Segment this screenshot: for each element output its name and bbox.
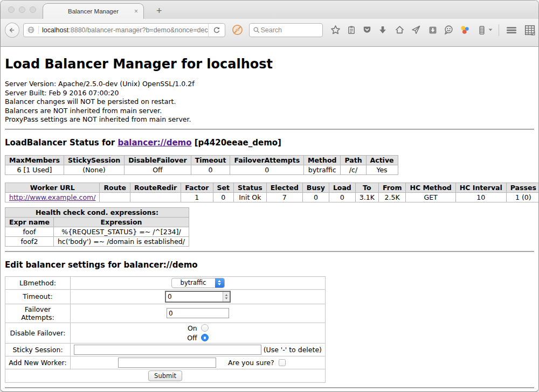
- zoom-window-button[interactable]: [30, 6, 36, 13]
- reload-button[interactable]: [208, 24, 225, 37]
- sticky-session-label: Sticky Session:: [5, 343, 71, 356]
- url-bar[interactable]: localhost:8880/balancer-manager?b=demo&n…: [23, 23, 226, 37]
- home-icon: [395, 25, 405, 35]
- search-input[interactable]: [260, 26, 314, 34]
- window-controls: [8, 6, 36, 13]
- balancer-status-table: MaxMembers StickySession DisableFailover…: [5, 155, 398, 175]
- back-icon: [8, 26, 16, 34]
- url-path: :8880/balancer-manager?b=demo&nonce=decc…: [68, 26, 208, 34]
- proxypass-note-line: ProxyPass settings are NOT inherited fro…: [5, 115, 534, 124]
- timeout-input-wrapper: [165, 291, 231, 303]
- tab-balancer-manager[interactable]: Balancer Manager ×: [43, 3, 144, 19]
- worker-table: Worker URL Route RouteRedir Factor Set S…: [5, 183, 538, 202]
- bottom-divider: [5, 387, 534, 388]
- hamburger-menu-icon: [506, 26, 517, 34]
- are-you-sure-checkbox[interactable]: [279, 359, 286, 366]
- url-host: localhost: [42, 26, 68, 34]
- balancer-data-row: 6 [1 Used] (None) Off 0 0 bytraffic /c/ …: [5, 165, 398, 174]
- edit-balancer-form: LBmethod: bytraffic Timeout:: [5, 276, 326, 383]
- search-icon: [253, 26, 260, 34]
- disable-failover-label: Disable Failover:: [5, 323, 71, 343]
- worker-data-row: http://www.example.com/ 1 0 Init Ok 7 0 …: [5, 192, 539, 202]
- pocket-icon: [362, 25, 372, 35]
- health-table-title: Health check cond. expressions:: [5, 207, 189, 217]
- add-worker-label: Add New Worker:: [5, 356, 71, 369]
- minimize-window-button[interactable]: [19, 6, 25, 13]
- blocked-plugin-button[interactable]: [232, 24, 243, 36]
- number-stepper-icon[interactable]: [223, 292, 230, 302]
- page-title: Load Balancer Manager for localhost: [5, 57, 534, 72]
- health-row-foof2: foof2 hc('body') =~ /domain is establish…: [5, 236, 189, 246]
- bookmark-button[interactable]: [330, 25, 341, 35]
- back-button[interactable]: [5, 23, 19, 38]
- radio-off-label: Off: [187, 334, 197, 342]
- lbmethod-selected-value: bytraffic: [172, 278, 215, 288]
- disable-failover-on-radio[interactable]: [201, 324, 209, 332]
- menu-button[interactable]: [506, 26, 517, 34]
- navigation-toolbar: localhost:8880/balancer-manager?b=demo&n…: [1, 19, 538, 47]
- download-icon: [378, 25, 388, 35]
- close-window-button[interactable]: [8, 6, 15, 13]
- send-icon: [411, 25, 421, 35]
- health-header-row: Expr name Expression: [5, 217, 189, 227]
- pages-grid-icon: [524, 25, 535, 36]
- select-stepper-icon: [215, 278, 224, 288]
- worker-url-link[interactable]: http://www.example.com/: [9, 193, 95, 201]
- persist-note-line: Balancer changes will NOT be persisted o…: [5, 97, 534, 107]
- add-worker-input[interactable]: [118, 358, 216, 368]
- sticky-session-row: Sticky Session: (Use '-' to delete): [5, 343, 326, 356]
- downloads-button[interactable]: [378, 25, 388, 35]
- lbmethod-row: LBmethod: bytraffic: [5, 276, 326, 289]
- page-content: Load Balancer Manager for localhost Serv…: [1, 47, 538, 391]
- reload-icon: [213, 26, 220, 34]
- tab-close-icon[interactable]: ×: [134, 8, 138, 15]
- lbmethod-select[interactable]: bytraffic: [171, 278, 225, 288]
- health-title-row: Health check cond. expressions:: [5, 207, 189, 217]
- block-plugin-icon: [232, 24, 243, 36]
- pocket-button[interactable]: [362, 25, 372, 35]
- health-row-foof: foof %{REQUEST_STATUS} =~ /^[234]/: [5, 227, 189, 236]
- disable-failover-off-radio[interactable]: [201, 334, 209, 341]
- reading-list-button[interactable]: [347, 25, 356, 35]
- server-info: Server Version: Apache/2.5.0-dev (Unix) …: [5, 80, 534, 124]
- new-tab-button[interactable]: +: [153, 5, 166, 17]
- container-dropdown-caret-icon[interactable]: [488, 29, 493, 31]
- site-identity[interactable]: [24, 26, 39, 34]
- disable-failover-radios: On Off: [187, 324, 208, 342]
- failover-attempts-input[interactable]: [167, 308, 229, 318]
- divider: [5, 251, 534, 252]
- failover-attempts-label: Failover Attempts:: [5, 304, 71, 323]
- timeout-row: Timeout:: [5, 289, 326, 304]
- radio-on-label: On: [188, 324, 197, 332]
- chat-smiley-icon: [444, 25, 454, 35]
- pages-button[interactable]: [524, 25, 535, 36]
- balancer-demo-link[interactable]: balancer://demo: [118, 138, 191, 148]
- status-heading-prefix: LoadBalancer Status for: [5, 138, 118, 148]
- globe-icon: [27, 26, 35, 34]
- disable-failover-row: Disable Failover: On Off: [5, 323, 326, 343]
- timeout-label: Timeout:: [5, 289, 71, 304]
- url-text[interactable]: localhost:8880/balancer-manager?b=demo&n…: [39, 26, 209, 34]
- container-button[interactable]: [477, 25, 487, 35]
- tab-title: Balancer Manager: [68, 8, 119, 15]
- server-version-line: Server Version: Apache/2.5.0-dev (Unix) …: [5, 80, 534, 89]
- tab-bar: Balancer Manager × +: [1, 1, 538, 19]
- hello-button[interactable]: [460, 25, 470, 35]
- bookmark-star-icon: [330, 25, 341, 35]
- balancer-header-row: MaxMembers StickySession DisableFailover…: [5, 155, 398, 165]
- timeout-input[interactable]: [166, 293, 223, 300]
- sticky-session-input[interactable]: [74, 345, 261, 355]
- hello-dots-icon: [460, 25, 470, 35]
- send-button[interactable]: [411, 25, 421, 35]
- inherit-note-line: Balancers are NOT inherited from main se…: [5, 107, 534, 116]
- chat-button[interactable]: [444, 25, 454, 35]
- container-icon: [477, 25, 487, 35]
- reading-list-icon: [347, 25, 356, 35]
- are-you-sure-label: Are you sure?: [228, 359, 274, 367]
- panel-download-button[interactable]: [428, 25, 438, 35]
- home-button[interactable]: [395, 25, 405, 35]
- failover-attempts-row: Failover Attempts:: [5, 304, 326, 323]
- submit-row: Submit: [5, 369, 326, 382]
- search-bar[interactable]: [249, 23, 323, 37]
- submit-button[interactable]: Submit: [148, 370, 182, 381]
